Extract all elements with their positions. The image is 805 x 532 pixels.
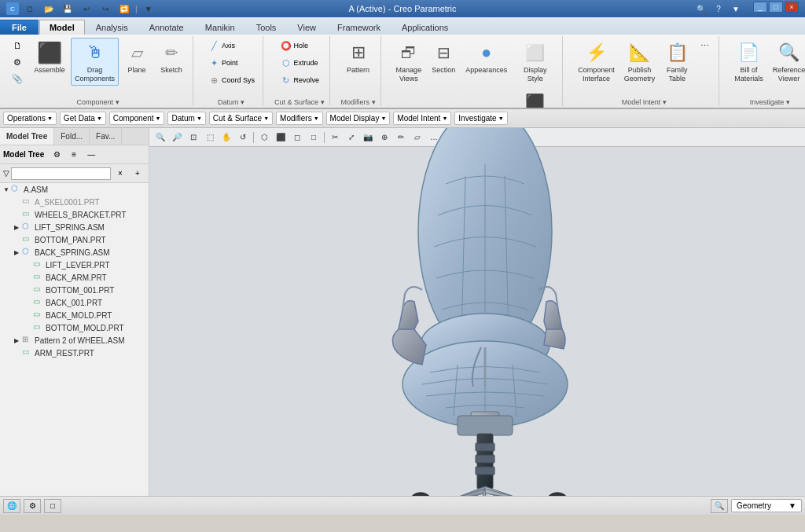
btn-more-intent[interactable]: ⋯	[695, 38, 714, 53]
cmd-modifiers[interactable]: Modifiers ▼	[276, 112, 323, 125]
tree-item-lift-lever[interactable]: ▭ LIFT_LEVER.PRT	[0, 259, 149, 271]
vt-rotate[interactable]: ↺	[235, 130, 251, 145]
vt-zoom-box[interactable]: ⬚	[202, 130, 218, 145]
vt-zoom-fit[interactable]: ⊡	[186, 130, 201, 145]
qa-new[interactable]: 🗋	[22, 2, 38, 16]
btn-section[interactable]: ⊟ Section	[427, 38, 460, 77]
tree-collapse-all-btn[interactable]: —	[83, 148, 99, 162]
btn-appearances[interactable]: ● Appearances	[461, 38, 511, 77]
prt-icon-bp: ▭	[22, 234, 33, 245]
viewport[interactable]: 🔍 🔎 ⊡ ⬚ ✋ ↺ ⬡ ⬛ ◻ □ ✂ ⤢ 📷 ⊕ ✏ ▱ …	[149, 128, 805, 496]
cmd-datum[interactable]: Datum ▼	[167, 112, 205, 125]
btn-perspective[interactable]: ⬛ PerspectiveView	[513, 87, 557, 109]
cut-surface-group-label: Cut & Surface ▾	[274, 97, 325, 106]
cmd-investigate[interactable]: Investigate ▼	[454, 112, 507, 125]
status-view-btn[interactable]: □	[44, 499, 61, 513]
help-arrow[interactable]: ▼	[728, 2, 744, 16]
qa-more[interactable]: ▼	[141, 2, 156, 16]
svg-rect-8	[476, 467, 494, 475]
search-btn[interactable]: 🔍	[693, 2, 709, 16]
tab-analysis[interactable]: Analysis	[86, 20, 138, 35]
btn-sm3[interactable]: 📎	[8, 71, 28, 86]
tab-applications[interactable]: Applications	[391, 20, 458, 35]
tree-item-bottom-mold[interactable]: ▭ BOTTOM_MOLD.PRT	[0, 321, 149, 334]
btn-family-table[interactable]: 📋 FamilyTable	[660, 38, 693, 86]
qa-open[interactable]: 📂	[41, 2, 57, 16]
btn-csys[interactable]: ⊕ Coord Sys	[204, 72, 258, 88]
cmd-model-display[interactable]: Model Display ▼	[326, 112, 391, 125]
panel-tab-fold[interactable]: Fold...	[54, 128, 90, 145]
btn-hole[interactable]: ⭕ Hole	[277, 38, 323, 53]
btn-pattern[interactable]: ⊞ Pattern	[342, 38, 375, 77]
tree-search-input[interactable]	[11, 167, 111, 180]
btn-point[interactable]: ✦ Point	[204, 55, 258, 71]
tab-annotate[interactable]: Annotate	[139, 20, 194, 35]
tree-item-skel[interactable]: ▭ A_SKEL0001.PRT	[0, 196, 149, 208]
sketch-icon: ✏	[159, 40, 184, 65]
cmd-get-data[interactable]: Get Data ▼	[60, 112, 106, 125]
tree-item-back-001[interactable]: ▭ BACK_001.PRT	[0, 296, 149, 309]
panel-tab-model-tree[interactable]: Model Tree	[0, 128, 54, 145]
tree-settings-btn[interactable]: ⚙	[49, 148, 64, 162]
display-style-label: DisplayStyle	[524, 66, 547, 83]
btn-sm2[interactable]: ⚙	[8, 54, 28, 70]
vt-pan[interactable]: ✋	[219, 130, 234, 145]
minimize-btn[interactable]: _	[753, 2, 767, 13]
btn-drag-components[interactable]: 🖱 DragComponents	[71, 38, 119, 86]
svg-point-15	[548, 493, 567, 496]
cmd-component[interactable]: Component ▼	[109, 112, 165, 125]
cmd-operations[interactable]: Operations ▼	[3, 112, 57, 125]
tree-filter-close-btn[interactable]: ×	[112, 167, 128, 181]
qa-save[interactable]: 💾	[60, 2, 75, 16]
close-btn[interactable]: ×	[785, 2, 799, 13]
qa-undo[interactable]: ↩	[79, 2, 94, 16]
tab-manikin[interactable]: Manikin	[195, 20, 245, 35]
tree-item-pattern-wheel[interactable]: ▶ ⊞ Pattern 2 of WHEEL.ASM	[0, 334, 149, 347]
tab-framework[interactable]: Framework	[327, 20, 391, 35]
btn-assemble[interactable]: ⬛ Assemble	[30, 38, 69, 77]
tree-item-arm-rest[interactable]: ▭ ARM_REST.PRT	[0, 347, 149, 359]
btn-plane[interactable]: ▱ Plane	[120, 38, 153, 77]
tree-item-back-mold[interactable]: ▭ BACK_MOLD.PRT	[0, 309, 149, 321]
tab-file[interactable]: File	[0, 20, 39, 35]
tree-item-wheels-bracket[interactable]: ▭ WHEELS_BRACKET.PRT	[0, 208, 149, 221]
qa-regen[interactable]: 🔁	[116, 2, 132, 16]
btn-axis[interactable]: ╱ Axis	[204, 38, 258, 53]
tab-model[interactable]: Model	[39, 20, 85, 35]
btn-manage-views[interactable]: 🗗 ManageViews	[392, 38, 426, 86]
tab-tools[interactable]: Tools	[246, 20, 287, 35]
status-settings-btn[interactable]: ⚙	[24, 499, 41, 513]
tree-add-btn[interactable]: +	[130, 167, 145, 181]
btn-new-component[interactable]: 🗋	[8, 38, 28, 53]
btn-extrude[interactable]: ⬡ Extrude	[277, 55, 323, 71]
help-btn[interactable]: ?	[711, 2, 726, 16]
tree-item-asm[interactable]: ▼ ⬡ A.ASM	[0, 183, 149, 196]
geometry-dropdown[interactable]: Geometry ▼	[731, 499, 802, 512]
btn-reference-viewer[interactable]: 🔍 ReferenceViewer	[769, 38, 805, 86]
tree-expand-all-btn[interactable]: ≡	[66, 148, 82, 162]
qa-redo[interactable]: ↪	[97, 2, 113, 16]
cmd-model-intent[interactable]: Model Intent ▼	[393, 112, 451, 125]
status-globe-btn[interactable]: 🌐	[3, 499, 20, 513]
vt-zoom-out[interactable]: 🔎	[169, 130, 185, 145]
reference-viewer-label: ReferenceViewer	[773, 66, 805, 83]
panel-tab-fav[interactable]: Fav...	[90, 128, 122, 145]
status-snap-btn[interactable]: 🔍	[711, 499, 728, 513]
tree-item-bottom-pan[interactable]: ▭ BOTTOM_PAN.PRT	[0, 233, 149, 246]
cmd-cut-surface[interactable]: Cut & Surface ▼	[209, 112, 273, 125]
maximize-btn[interactable]: □	[769, 2, 783, 13]
prt-icon-ll: ▭	[33, 259, 44, 270]
btn-display-style[interactable]: ⬜ DisplayStyle	[513, 38, 557, 86]
tree-item-back-arm[interactable]: ▭ BACK_ARM.PRT	[0, 271, 149, 284]
tree-item-lift-spring[interactable]: ▶ ⬡ LIFT_SPRING.ASM	[0, 221, 149, 233]
tab-view[interactable]: View	[287, 20, 326, 35]
btn-revolve[interactable]: ↻ Revolve	[277, 72, 323, 88]
btn-sketch[interactable]: ✏ Sketch	[155, 38, 188, 77]
tree-item-bottom-001[interactable]: ▭ BOTTOM_001.PRT	[0, 284, 149, 296]
tree-item-back-spring[interactable]: ▶ ⬡ BACK_SPRING.ASM	[0, 246, 149, 259]
btn-component-interface[interactable]: ⚡ ComponentInterface	[574, 38, 619, 86]
vt-zoom-in[interactable]: 🔍	[153, 130, 168, 145]
btn-publish-geometry[interactable]: 📐 PublishGeometry	[620, 38, 660, 86]
manage-views-icon: 🗗	[396, 40, 421, 65]
btn-bill-of-materials[interactable]: 📄 Bill ofMaterials	[730, 38, 767, 86]
